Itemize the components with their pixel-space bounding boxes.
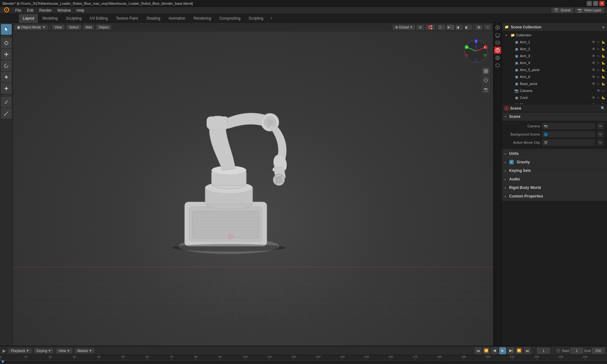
viewport-3d-content[interactable] xyxy=(13,32,493,346)
gravity-section-header[interactable]: ▸ ✓ Gravity xyxy=(502,158,607,166)
props-tab-view-layer[interactable] xyxy=(494,39,501,46)
camera-field[interactable]: 📷 xyxy=(542,123,595,129)
select-tool-button[interactable] xyxy=(1,24,12,35)
solid-mode-btn[interactable]: ● xyxy=(447,25,454,30)
menu-file[interactable]: File xyxy=(13,8,24,13)
play-btn[interactable]: ▶ xyxy=(499,347,506,354)
bg-scene-field[interactable]: 🌐 xyxy=(542,131,595,137)
props-tab-render[interactable] xyxy=(494,24,501,31)
rendered-mode-btn[interactable]: ◐ xyxy=(464,25,472,30)
viewport-gizmo[interactable]: X Y Z xyxy=(463,39,489,64)
movie-clip-field[interactable]: 🎬 xyxy=(542,139,595,146)
outliner-item-arm2[interactable]: ▣ Arm_2 👁 ▷ 📐 xyxy=(502,46,607,52)
marker-menu-btn[interactable]: Marker ▼ xyxy=(75,348,95,353)
filter-outliner-btn[interactable]: ≡ xyxy=(603,25,604,29)
timeline-track-area[interactable]: 0102030405060708090100110120130140150160… xyxy=(0,355,607,364)
props-tab-output[interactable] xyxy=(494,32,501,39)
lookdev-mode-btn[interactable]: ◑ xyxy=(456,25,463,30)
cursor-btn[interactable] xyxy=(482,76,490,84)
snap-btn[interactable]: 🧲 xyxy=(426,25,435,30)
rotate-tool-button[interactable] xyxy=(1,60,12,71)
add-workspace-button[interactable]: + xyxy=(268,15,275,22)
tab-modeling[interactable]: Modeling xyxy=(39,14,62,23)
keying-menu-btn[interactable]: Keying ▼ xyxy=(34,348,54,353)
outliner-item-main[interactable]: ▣ Main 👁 ▷ 📐 xyxy=(502,101,607,104)
select-menu[interactable]: Select xyxy=(66,25,81,30)
scene-selector[interactable]: 🎬 Scene xyxy=(551,8,573,13)
audio-section-header[interactable]: ▸ Audio xyxy=(502,175,607,183)
expand-icon[interactable]: ▾ xyxy=(506,33,509,37)
tab-scripting[interactable]: Scripting xyxy=(245,14,267,23)
object-mode-dropdown[interactable]: ▣ Object Mode ▼ xyxy=(15,25,48,30)
step-back-btn[interactable]: ◀ xyxy=(491,347,498,354)
tab-texture-paint[interactable]: Texture Paint xyxy=(112,14,142,23)
movie-clip-select-btn[interactable] xyxy=(597,139,604,146)
props-search-btn[interactable]: 🔍 xyxy=(601,106,605,110)
pivot-point-btn[interactable]: ⊙ xyxy=(416,25,424,30)
tab-compositing[interactable]: Compositing xyxy=(216,14,244,23)
zoom-to-fit-btn[interactable] xyxy=(482,67,490,75)
timeline-tracks[interactable] xyxy=(0,361,607,364)
units-section-header[interactable]: ▸ Units xyxy=(502,149,607,158)
window-controls[interactable]: ─ □ ✕ xyxy=(587,1,604,6)
tab-animation[interactable]: Animation xyxy=(165,14,189,23)
outliner-item-collection[interactable]: ▾ 📁 Collection xyxy=(502,32,607,39)
maximize-button[interactable]: □ xyxy=(593,1,598,6)
props-tab-world[interactable] xyxy=(494,54,501,61)
add-menu[interactable]: Add xyxy=(83,25,95,30)
gravity-checkbox[interactable]: ✓ xyxy=(509,160,514,164)
outliner-item-arm1[interactable]: ▣ Arm_1 👁 ▷ 📐 xyxy=(502,39,607,46)
menu-blender[interactable] xyxy=(1,6,12,14)
playback-menu-btn[interactable]: Playback ▼ xyxy=(9,348,32,353)
viewport-transform-global[interactable]: ⊕ Global ▼ xyxy=(393,25,415,30)
outliner-item-basepivot[interactable]: ▣ Base_pivot 👁 ▷ 📐 xyxy=(502,80,607,87)
object-menu[interactable]: Object xyxy=(96,25,111,30)
jump-to-start-btn[interactable]: ⏮ xyxy=(475,347,481,354)
outliner[interactable]: ▾ 📁 Collection ▣ Arm_1 👁 ▷ 📐 xyxy=(502,32,607,104)
camera-select-btn[interactable] xyxy=(597,123,604,129)
outliner-item-arm4[interactable]: ▣ Arm_4 👁 ▷ 📐 xyxy=(502,59,607,66)
tab-layout[interactable]: Layout xyxy=(19,14,38,23)
outliner-item-camera[interactable]: 📷 Camera 👁 ▷ xyxy=(502,87,607,94)
outliner-item-cord[interactable]: ▣ Cord 👁 ▷ 📐 xyxy=(502,94,607,101)
minimize-button[interactable]: ─ xyxy=(587,1,592,6)
outliner-item-arm5pivot[interactable]: ▣ Arm_5_pivot 👁 ▷ 📐 xyxy=(502,66,607,73)
props-tab-object[interactable] xyxy=(494,62,501,69)
tab-uv-editing[interactable]: UV Editing xyxy=(86,14,112,23)
frame-end-input[interactable]: 250 xyxy=(592,348,604,354)
jump-to-end-btn[interactable]: ⏭ xyxy=(524,347,531,354)
tab-rendering[interactable]: Rendering xyxy=(190,14,215,23)
scale-tool-button[interactable] xyxy=(1,72,12,82)
annotate-tool-button[interactable] xyxy=(1,97,12,107)
bg-scene-select-btn[interactable] xyxy=(597,131,604,137)
props-tab-scene[interactable] xyxy=(494,47,501,54)
scene-section-header[interactable]: ▾ Scene xyxy=(502,112,607,121)
menu-render[interactable]: Render xyxy=(37,8,54,13)
view-menu-btn[interactable]: View ▼ xyxy=(56,348,72,353)
outliner-item-arm6[interactable]: ▣ Arm_6 👁 ▷ 📐 xyxy=(502,73,607,80)
measure-tool-button[interactable] xyxy=(1,108,12,119)
view-layer-selector[interactable]: 📷 View Layer xyxy=(575,8,604,13)
menu-help[interactable]: Help xyxy=(74,8,87,13)
tab-sculpting[interactable]: Sculpting xyxy=(62,14,85,23)
camera-btn[interactable]: 📷 xyxy=(482,85,490,94)
cursor-tool-button[interactable] xyxy=(1,38,12,48)
custom-props-header[interactable]: ▸ Custom Properties xyxy=(502,192,607,200)
current-frame-input[interactable]: 1 xyxy=(537,348,550,354)
close-button[interactable]: ✕ xyxy=(599,1,604,6)
menu-edit[interactable]: Edit xyxy=(24,8,36,13)
view-menu[interactable]: View xyxy=(52,25,64,30)
menu-window[interactable]: Window xyxy=(55,8,73,13)
transform-tool-button[interactable] xyxy=(1,83,12,94)
outliner-item-arm3[interactable]: ▣ Arm_3 👁 ▷ 📐 xyxy=(502,52,607,59)
prev-keyframe-btn[interactable]: ⏪ xyxy=(483,347,490,354)
move-tool-button[interactable] xyxy=(1,49,12,60)
wireframe-mode-btn[interactable]: ⬡ xyxy=(438,25,445,30)
keying-sets-header[interactable]: ▸ Keying Sets xyxy=(502,167,607,175)
tab-shading[interactable]: Shading xyxy=(143,14,164,23)
next-keyframe-btn[interactable]: ⏩ xyxy=(516,347,523,354)
frame-start-input[interactable]: 1 xyxy=(570,348,583,354)
viewport-gizmos-btn[interactable]: ⊞ xyxy=(475,25,483,30)
step-forward-btn[interactable]: ▶| xyxy=(507,347,514,354)
rigid-body-header[interactable]: ▸ Rigid Body World xyxy=(502,184,607,192)
